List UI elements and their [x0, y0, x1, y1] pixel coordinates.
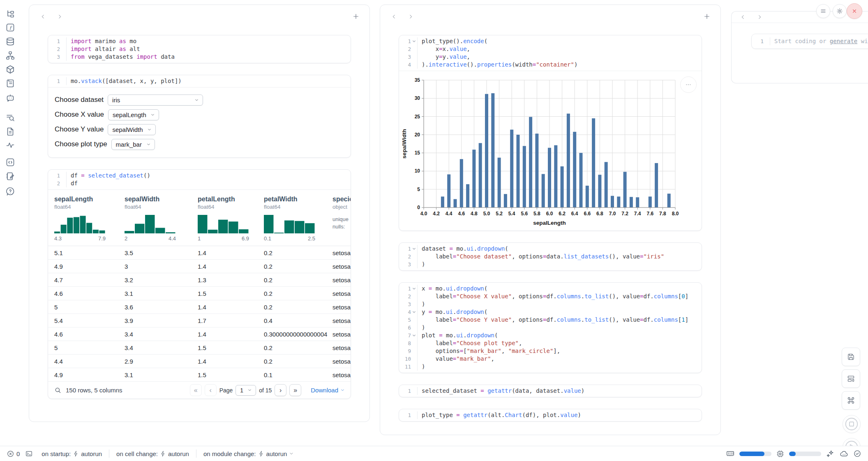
bar[interactable] [586, 186, 589, 207]
table-row[interactable]: 5.43.91.70.4setosa [48, 314, 351, 327]
error-count-badge[interactable]: 0 [7, 450, 20, 458]
add-cell-button[interactable] [702, 11, 712, 22]
bar[interactable] [517, 135, 520, 207]
code-line[interactable]: 1dataset = mo.ui.dropdown( [399, 245, 702, 253]
cell-empty[interactable]: 1 Start coding or generate with AI [751, 34, 868, 49]
memory-usage-bar[interactable] [739, 452, 771, 456]
bar[interactable] [630, 197, 633, 207]
bar[interactable] [605, 162, 608, 207]
dependency-graph-icon[interactable] [5, 51, 15, 60]
code-line[interactable]: 3from vega_datasets import data [48, 53, 351, 61]
generate-ai-link[interactable]: generate [830, 38, 857, 44]
bar[interactable] [554, 145, 557, 208]
last-page-button[interactable]: » [289, 384, 301, 396]
code-line[interactable]: 7plot = mo.ui.dropdown( [399, 332, 702, 339]
column-header-petalWidth[interactable]: petalWidthfloat640.12.5 [264, 196, 332, 242]
panel-next-button[interactable] [405, 11, 416, 22]
code-editor[interactable]: 1plot_type().encode(2 x=x.value,3 y=y.va… [399, 35, 702, 71]
code-line[interactable]: 1plot_type().encode( [399, 37, 702, 45]
connection-status-button[interactable] [853, 449, 861, 458]
logs-icon[interactable] [5, 78, 15, 88]
panel-next-button[interactable] [54, 11, 65, 22]
bar[interactable] [472, 150, 476, 207]
code-line[interactable]: 4).interactive().properties(width="conta… [399, 61, 702, 69]
next-page-button[interactable]: › [275, 384, 286, 396]
code-editor[interactable]: 1df = selected_dataset()2df [48, 170, 351, 189]
code-line[interactable]: 5 label="Choose Y value", options=df.col… [399, 316, 702, 324]
snippets-icon[interactable] [5, 157, 15, 167]
download-button[interactable]: Download [311, 387, 345, 394]
bar[interactable] [460, 159, 463, 207]
code-line[interactable]: 8 label="Choose plot type", [399, 339, 702, 347]
table-row[interactable]: 4.931.40.2setosa [48, 260, 351, 273]
cell-xy-plot-dropdowns[interactable]: 1x = mo.ui.dropdown(2 label="Choose X va… [399, 282, 702, 373]
bar[interactable] [548, 148, 551, 207]
bar[interactable] [592, 118, 595, 207]
code-line[interactable]: 2df [48, 180, 351, 187]
bar-chart[interactable]: 4.04.24.44.64.85.05.25.45.65.86.06.26.46… [401, 76, 688, 229]
bar[interactable] [441, 196, 444, 207]
code-line[interactable]: 1plot_type = getattr(alt.Chart(df), plot… [399, 411, 702, 419]
table-row[interactable]: 4.63.11.50.2setosa [48, 287, 351, 300]
cell-imports[interactable]: 1import marimo as mo2import altair as al… [48, 35, 351, 63]
bar[interactable] [617, 196, 620, 207]
bar[interactable] [529, 117, 532, 208]
code-editor[interactable]: 1x = mo.ui.dropdown(2 label="Choose X va… [399, 283, 702, 373]
bar[interactable] [523, 146, 526, 207]
help-icon[interactable] [5, 187, 15, 196]
code-line[interactable]: 4y = mo.ui.dropdown( [399, 308, 702, 316]
code-editor[interactable]: 1mo.vstack([dataset, x, y, plot]) [48, 75, 351, 87]
layout-toggle-button[interactable] [842, 369, 860, 388]
variables-icon[interactable]: f [5, 23, 15, 32]
code-line[interactable]: 2import altair as alt [48, 45, 351, 53]
bar[interactable] [567, 114, 570, 208]
bar[interactable] [623, 172, 627, 207]
packages-icon[interactable] [5, 65, 15, 74]
add-cell-button[interactable] [351, 11, 361, 22]
bar[interactable] [636, 197, 639, 207]
bar[interactable] [667, 194, 671, 207]
table-row[interactable]: 53.61.40.2setosa [48, 300, 351, 314]
fold-chevron-icon[interactable] [411, 247, 417, 251]
choose-dataset-select[interactable]: iris [108, 95, 203, 106]
shutdown-button[interactable] [847, 3, 862, 19]
fold-chevron-icon[interactable] [411, 334, 417, 337]
bar[interactable] [485, 94, 488, 207]
choose-x-value-select[interactable]: sepalLength [108, 109, 159, 120]
cell-selected-dataset[interactable]: 1selected_dataset = getattr(data, datase… [399, 385, 702, 397]
code-editor[interactable]: 1selected_dataset = getattr(data, datase… [399, 385, 702, 397]
fold-chevron-icon[interactable] [411, 39, 417, 43]
table-row[interactable]: 5.13.51.40.2setosa [48, 246, 351, 260]
code-line[interactable]: 3) [399, 300, 702, 308]
choose-plot-type-select[interactable]: mark_bar [111, 139, 155, 150]
code-line[interactable]: 2 x=x.value, [399, 45, 702, 53]
page-select[interactable]: 1 [235, 385, 256, 396]
menu-button[interactable] [816, 4, 830, 18]
panel-prev-button[interactable] [37, 11, 48, 22]
bar[interactable] [454, 199, 457, 207]
tracing-icon[interactable] [5, 140, 15, 150]
bar[interactable] [542, 174, 545, 208]
bar[interactable] [561, 166, 564, 207]
bar[interactable] [498, 158, 501, 207]
code-line[interactable]: 1mo.vstack([dataset, x, y, plot]) [48, 77, 351, 85]
code-line[interactable]: 1df = selected_dataset() [48, 172, 351, 180]
table-row[interactable]: 4.42.91.40.2setosa [48, 355, 351, 368]
fold-chevron-icon[interactable] [411, 287, 417, 290]
code-editor[interactable]: 1plot_type = getattr(alt.Chart(df), plot… [399, 409, 702, 421]
column-header-petalLength[interactable]: petalLengthfloat6416.9 [198, 196, 264, 242]
bar[interactable] [466, 184, 469, 207]
panel-prev-button[interactable] [388, 11, 399, 22]
code-line[interactable]: 3) [399, 260, 702, 268]
bar[interactable] [649, 196, 652, 207]
database-icon[interactable] [5, 37, 15, 46]
code-line[interactable]: 1import marimo as mo [48, 37, 351, 45]
table-row[interactable]: 4.93.11.50.1setosa [48, 368, 351, 382]
code-line[interactable]: 1selected_dataset = getattr(data, datase… [399, 387, 702, 395]
on-cell-change-setting[interactable]: on cell change: autorun [116, 450, 189, 457]
terminal-button[interactable] [25, 450, 33, 458]
bar[interactable] [504, 194, 507, 207]
bar[interactable] [479, 143, 482, 207]
ai-assist-button[interactable] [826, 449, 835, 458]
code-line[interactable]: 2 label="Choose X value", options=df.col… [399, 293, 702, 300]
